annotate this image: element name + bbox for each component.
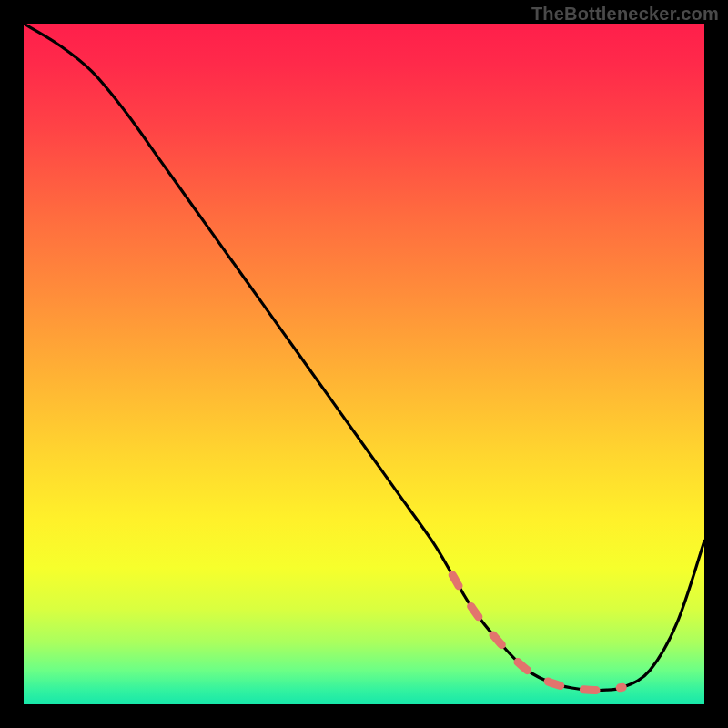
optimal-range-dash (452, 575, 622, 691)
watermark-label: TheBottlenecker.com (531, 4, 719, 25)
curve-layer (24, 24, 704, 704)
bottleneck-curve (24, 24, 704, 691)
chart-frame: TheBottlenecker.com (0, 0, 728, 728)
plot-area (24, 24, 704, 704)
